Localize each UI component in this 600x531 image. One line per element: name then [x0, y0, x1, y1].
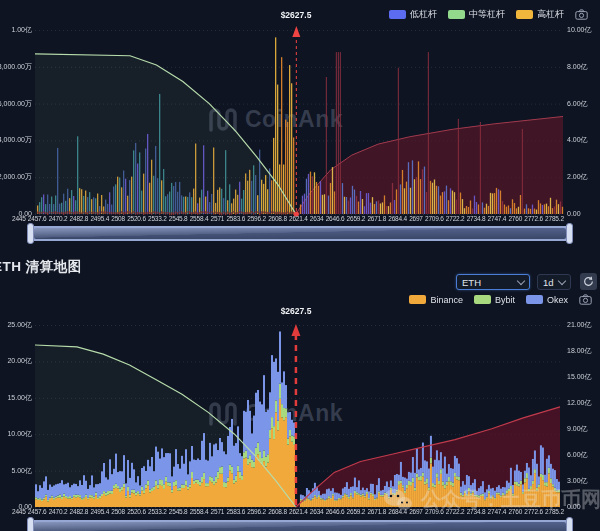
- top-chart-y-right-label: 0.00: [567, 210, 581, 218]
- x-axis-tick: 2482.8: [70, 508, 89, 515]
- leverage-liquidation-chart-canvas[interactable]: [0, 0, 600, 250]
- refresh-icon: [583, 276, 594, 287]
- x-axis-tick: 2634: [310, 508, 324, 515]
- top-chart-y-left-label: 0.00: [18, 210, 32, 218]
- chevron-down-icon: [558, 277, 566, 285]
- bottom-chart-y-right-label: 18.00亿: [567, 347, 592, 355]
- symbol-select[interactable]: ETH: [456, 274, 530, 290]
- x-axis-tick: 2545.8: [169, 508, 188, 515]
- top-chart-y-left-label: 6,000.00万: [0, 100, 32, 108]
- x-axis-tick: 2495.4: [90, 508, 109, 515]
- x-axis-tick: 2722.2: [446, 215, 465, 222]
- top-chart-x-axis: 24452457.62470.22482.82495.425082520.625…: [12, 215, 564, 222]
- x-axis-tick: 2558.4: [190, 215, 209, 222]
- x-axis-tick: 2520.6: [127, 215, 146, 222]
- x-axis-tick: 2470.2: [49, 215, 68, 222]
- x-axis-tick: 2760: [508, 215, 522, 222]
- x-axis-tick: 2533.2: [148, 508, 167, 515]
- legend-label: Bybit: [495, 295, 515, 305]
- scrollbar-track[interactable]: [34, 522, 566, 531]
- x-axis-tick: 2596.2: [247, 215, 266, 222]
- x-axis-tick: 2571: [211, 508, 225, 515]
- legend-label: 高杠杆: [537, 8, 564, 21]
- x-axis-tick: 2709.6: [425, 215, 444, 222]
- scrollbar-right-handle[interactable]: [566, 223, 573, 244]
- x-axis-tick: 2608.8: [268, 508, 287, 515]
- legend-item[interactable]: Bybit: [474, 295, 515, 305]
- x-axis-tick: 2621.4: [289, 508, 308, 515]
- legend-swatch: [526, 295, 543, 304]
- wechat-icon: [383, 488, 413, 512]
- bottom-chart-y-left-label: 15.00亿: [7, 394, 32, 402]
- x-axis-tick: 2671.8: [367, 215, 386, 222]
- interval-select-value: 1d: [543, 277, 554, 288]
- x-axis-tick: 2646.6: [326, 508, 345, 515]
- legend-item[interactable]: Okex: [526, 295, 568, 305]
- x-axis-tick: 2659.2: [347, 508, 366, 515]
- top-chart-y-right-label: 2.00亿: [567, 173, 588, 181]
- scrollbar-left-handle[interactable]: [27, 517, 34, 531]
- x-axis-tick: 2533.2: [148, 215, 167, 222]
- price-marker-label: $2627.5: [281, 10, 312, 20]
- x-axis-tick: 2571: [211, 215, 225, 222]
- bottom-chart-y-left-label: 0.00: [18, 503, 32, 511]
- legend-swatch: [389, 10, 406, 19]
- legend-item[interactable]: 低杠杆: [389, 8, 437, 21]
- x-axis-tick: 2583.6: [226, 508, 245, 515]
- page-title: ETH 清算地图: [0, 258, 82, 276]
- x-axis-tick: 2772.6: [524, 215, 543, 222]
- bottom-chart-y-left-label: 25.00亿: [7, 321, 32, 329]
- x-axis-tick: 2621.4: [289, 215, 308, 222]
- price-marker-label: $2627.5: [281, 306, 312, 316]
- chevron-down-icon: [517, 277, 525, 285]
- bottom-chart-y-right-label: 3.00亿: [567, 477, 588, 485]
- x-axis-tick: 2495.4: [90, 215, 109, 222]
- top-chart-zoom-scrollbar[interactable]: [28, 226, 572, 241]
- camera-icon[interactable]: [579, 294, 592, 305]
- bottom-chart-y-left-label: 10.00亿: [7, 430, 32, 438]
- bottom-chart-y-right-label: 12.00亿: [567, 399, 592, 407]
- bottom-chart-y-right-label: 9.00亿: [567, 425, 588, 433]
- legend-item[interactable]: 中等杠杆: [448, 8, 505, 21]
- wechat-watermark-text: 公众号：土豆币币网: [421, 486, 600, 513]
- x-axis-tick: 2520.6: [127, 508, 146, 515]
- x-axis-tick: 2659.2: [347, 215, 366, 222]
- legend-swatch: [516, 10, 533, 19]
- wechat-watermark: 公众号：土豆币币网: [383, 486, 600, 513]
- x-axis-tick: 2684.4: [388, 215, 407, 222]
- symbol-select-value: ETH: [462, 277, 481, 288]
- x-axis-tick: 2596.2: [247, 508, 266, 515]
- x-axis-tick: 2545.8: [169, 215, 188, 222]
- top-chart-y-right-label: 10.00亿: [567, 26, 592, 34]
- top-chart-y-left-label: 1.00亿: [11, 26, 32, 34]
- refresh-button[interactable]: [580, 273, 597, 290]
- top-chart-y-left-label: 2,000.00万: [0, 173, 32, 181]
- bottom-chart-y-left-label: 5.00亿: [11, 467, 32, 475]
- exchange-legend: BinanceBybitOkex: [409, 294, 592, 305]
- scrollbar-left-handle[interactable]: [27, 223, 34, 244]
- legend-swatch: [474, 295, 491, 304]
- top-chart-y-right-label: 6.00亿: [567, 100, 588, 108]
- top-chart-y-left-label: 8,000.00万: [0, 63, 32, 71]
- x-axis-tick: 2558.4: [190, 508, 209, 515]
- x-axis-tick: 2583.6: [226, 215, 245, 222]
- x-axis-tick: 2482.8: [70, 215, 89, 222]
- x-axis-tick: 2697: [409, 215, 423, 222]
- legend-item[interactable]: 高杠杆: [516, 8, 564, 21]
- scrollbar-track[interactable]: [34, 228, 566, 239]
- x-axis-tick: 2508: [111, 215, 125, 222]
- bottom-chart-zoom-scrollbar[interactable]: [28, 520, 572, 531]
- interval-select[interactable]: 1d: [537, 274, 571, 290]
- bottom-chart-y-right-label: 15.00亿: [567, 373, 592, 381]
- x-axis-tick: 2470.2: [49, 508, 68, 515]
- legend-label: 低杠杆: [410, 8, 437, 21]
- legend-label: Binance: [430, 295, 463, 305]
- top-chart-y-left-label: 4,000.00万: [0, 136, 32, 144]
- x-axis-tick: 2508: [111, 508, 125, 515]
- leverage-legend: 低杠杆中等杠杆高杠杆: [389, 8, 588, 21]
- legend-item[interactable]: Binance: [409, 295, 463, 305]
- camera-icon[interactable]: [575, 9, 588, 20]
- x-axis-tick: 2734.8: [467, 215, 486, 222]
- scrollbar-right-handle[interactable]: [566, 517, 573, 531]
- x-axis-tick: 2608.8: [268, 215, 287, 222]
